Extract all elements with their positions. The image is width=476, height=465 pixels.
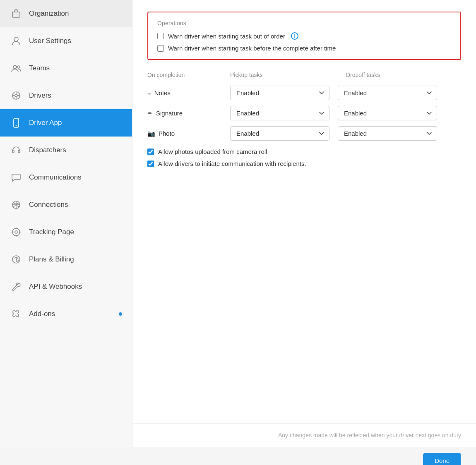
signature-pickup-select[interactable]: Enabled Disabled Required — [230, 106, 329, 120]
svg-point-12 — [15, 231, 17, 233]
sidebar-item-user-settings[interactable]: User Settings — [0, 27, 132, 55]
sidebar-item-user-settings-label: User Settings — [29, 37, 122, 45]
bottom-bar: Done — [0, 447, 476, 465]
pickup-tasks-header: Pickup tasks — [230, 72, 338, 78]
svg-rect-9 — [18, 150, 20, 153]
sidebar-item-add-ons[interactable]: Add-ons — [0, 300, 132, 328]
operations-box: Operations Warn driver when starting tas… — [147, 12, 461, 60]
sidebar-item-organization-label: Organization — [29, 10, 122, 18]
sidebar-item-plans-billing[interactable]: Plans & Billing — [0, 246, 132, 273]
notes-label-cell: ≡ Notes — [147, 89, 222, 96]
on-completion-header: On completion — [147, 72, 222, 78]
notes-dropoff-select-wrapper: Enabled Disabled Required — [338, 86, 437, 100]
info-icon[interactable]: i — [291, 32, 298, 40]
photo-pickup-select[interactable]: Enabled Disabled Required — [230, 126, 329, 141]
allow-communication-label: Allow drivers to initiate communication … — [158, 160, 306, 167]
checkbox-section: Allow photos uploaded from camera roll A… — [147, 148, 461, 167]
allow-photos-row: Allow photos uploaded from camera roll — [147, 148, 461, 155]
sidebar-item-connections[interactable]: Connections — [0, 191, 132, 218]
allow-communication-row: Allow drivers to initiate communication … — [147, 160, 461, 167]
sidebar-item-api-webhooks[interactable]: API & Webhooks — [0, 273, 132, 300]
photo-label-cell: 📷 Photo — [147, 130, 222, 137]
warn-complete-label: Warn driver when starting task before th… — [168, 45, 336, 52]
sidebar-item-plans-billing-label: Plans & Billing — [29, 255, 122, 264]
allow-communication-checkbox[interactable] — [147, 161, 154, 167]
sidebar-item-tracking-page-label: Tracking Page — [29, 228, 122, 236]
warn-order-label: Warn driver when starting task out of or… — [168, 33, 285, 40]
sidebar-item-api-webhooks-label: API & Webhooks — [29, 283, 122, 291]
warn-complete-checkbox[interactable] — [157, 45, 164, 52]
connections-icon — [10, 199, 22, 211]
allow-photos-label: Allow photos uploaded from camera roll — [158, 148, 267, 155]
main-content: Operations Warn driver when starting tas… — [132, 0, 476, 447]
headset-icon — [10, 144, 22, 156]
svg-point-7 — [16, 125, 17, 126]
warn-order-checkbox[interactable] — [157, 33, 164, 39]
photo-row: 📷 Photo Enabled Disabled Required Enable… — [147, 126, 461, 141]
signature-label-cell: ✒ Signature — [147, 110, 222, 117]
photo-icon: 📷 — [147, 130, 155, 137]
phone-icon — [10, 117, 22, 129]
signature-row: ✒ Signature Enabled Disabled Required En… — [147, 106, 461, 120]
dropoff-tasks-header: Dropoff tasks — [346, 72, 454, 78]
signature-label: Signature — [156, 110, 183, 117]
signature-pickup-select-wrapper: Enabled Disabled Required — [230, 106, 329, 120]
sidebar-item-drivers[interactable]: Drivers — [0, 82, 132, 109]
sidebar-item-dispatchers-label: Dispatchers — [29, 146, 122, 154]
wrench-icon — [10, 280, 22, 293]
done-button[interactable]: Done — [423, 453, 461, 465]
sidebar-item-dispatchers[interactable]: Dispatchers — [0, 137, 132, 164]
sidebar: Organization User Settings T — [0, 0, 132, 447]
completion-header-row: On completion Pickup tasks Dropoff tasks — [147, 72, 461, 78]
user-icon — [10, 35, 22, 47]
sidebar-item-driver-app-label: Driver App — [29, 119, 122, 127]
notes-pickup-select-wrapper: Enabled Disabled Required — [230, 86, 329, 100]
svg-rect-8 — [12, 150, 14, 153]
footer-note: Any changes made will be reflected when … — [132, 423, 476, 447]
photo-pickup-select-wrapper: Enabled Disabled Required — [230, 126, 329, 141]
sidebar-item-teams[interactable]: Teams — [0, 55, 132, 82]
svg-point-11 — [12, 228, 20, 236]
sidebar-item-communications[interactable]: Communications — [0, 164, 132, 191]
notes-label: Notes — [154, 89, 171, 96]
sidebar-item-driver-app[interactable]: Driver App — [0, 109, 132, 137]
sidebar-item-connections-label: Connections — [29, 201, 122, 209]
tracking-icon — [10, 226, 22, 238]
notes-pickup-select[interactable]: Enabled Disabled Required — [230, 86, 329, 100]
dollar-icon — [10, 253, 22, 266]
steering-icon — [10, 89, 22, 102]
sidebar-item-add-ons-label: Add-ons — [29, 310, 111, 318]
group-icon — [10, 62, 22, 74]
svg-rect-0 — [12, 12, 20, 17]
notes-row: ≡ Notes Enabled Disabled Required Enable… — [147, 86, 461, 100]
sidebar-item-organization[interactable]: Organization — [0, 0, 132, 27]
add-ons-badge — [119, 312, 122, 316]
allow-photos-checkbox[interactable] — [147, 149, 154, 155]
sidebar-item-drivers-label: Drivers — [29, 91, 122, 100]
signature-dropoff-select-wrapper: Enabled Disabled Required — [338, 106, 437, 120]
sidebar-item-tracking-page[interactable]: Tracking Page — [0, 218, 132, 246]
operations-label: Operations — [157, 20, 451, 26]
chat-icon — [10, 171, 22, 184]
photo-dropoff-select-wrapper: Enabled Disabled Required — [338, 126, 437, 141]
signature-dropoff-select[interactable]: Enabled Disabled Required — [338, 106, 437, 120]
puzzle-icon — [10, 308, 22, 320]
warn-complete-row: Warn driver when starting task before th… — [157, 45, 451, 52]
svg-point-2 — [13, 65, 17, 69]
content-area: Operations Warn driver when starting tas… — [132, 0, 476, 423]
notes-dropoff-select[interactable]: Enabled Disabled Required — [338, 86, 437, 100]
briefcase-icon — [10, 7, 22, 20]
svg-point-5 — [15, 94, 17, 97]
svg-point-3 — [17, 66, 20, 68]
svg-point-1 — [14, 37, 18, 41]
completion-section: On completion Pickup tasks Dropoff tasks… — [147, 72, 461, 167]
warn-order-row: Warn driver when starting task out of or… — [157, 32, 451, 40]
sidebar-item-teams-label: Teams — [29, 64, 122, 72]
sidebar-item-communications-label: Communications — [29, 173, 122, 182]
signature-icon: ✒ — [147, 110, 153, 117]
notes-icon: ≡ — [147, 89, 151, 96]
photo-label: Photo — [159, 130, 175, 137]
photo-dropoff-select[interactable]: Enabled Disabled Required — [338, 126, 437, 141]
